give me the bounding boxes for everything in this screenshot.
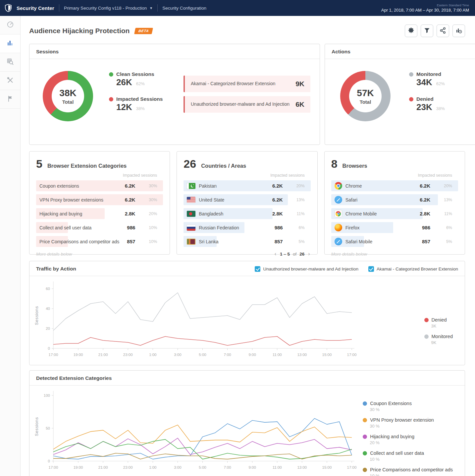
svg-text:23:00: 23:00 [123, 353, 133, 357]
settings-button[interactable] [405, 25, 417, 37]
list-item-sri-lanka[interactable]: Sri Lanka 857 5% [184, 236, 310, 247]
config-selector-label: Primary Security Config v118 - Productio… [64, 6, 147, 11]
svg-text:3:00: 3:00 [174, 353, 181, 357]
pagination-total: 26 [299, 252, 304, 257]
traffic-filters: Unauthorized browser-malware and Ad Inje… [255, 266, 458, 272]
svg-text:17:00: 17:00 [49, 353, 58, 357]
pagination-range: 1 – 5 [280, 252, 290, 257]
sidebar-item-explore[interactable] [0, 53, 20, 72]
svg-text:9:00: 9:00 [248, 353, 256, 357]
denied-dot-icon [424, 318, 429, 322]
actions-donut-chart[interactable]: 57K Total [340, 71, 391, 121]
legend-item-collect-sell-data[interactable]: Collect and sell user data 10 % [363, 450, 453, 462]
svg-text:Sessions: Sessions [34, 306, 39, 325]
actions-panel: Actions 57K Total Monitored [325, 44, 475, 145]
chrome-icon [335, 182, 342, 190]
checkbox-checked-icon [255, 266, 260, 272]
traffic-line-chart[interactable]: 020406017:0019:0021:0023:001:003:005:007… [31, 278, 358, 362]
sessions-legend: Clean Sessions 26K 62% Impacted Sessions [109, 71, 184, 121]
denied-dot-icon [409, 97, 413, 101]
price-comparisons-dot-icon [363, 468, 367, 472]
list-item-coupon-extensions[interactable]: Coupon extensions 6.2K 30% [36, 180, 163, 191]
monitored-dot-icon [409, 72, 413, 77]
list-item-collect-sell-data[interactable]: Collect and sell user data 986 10% [36, 222, 163, 233]
legend-item-denied[interactable]: Denied 23K 38% [409, 96, 475, 112]
sidebar-item-flags[interactable] [0, 90, 20, 109]
sidebar-item-analytics[interactable] [0, 34, 20, 53]
list-item-pakistan[interactable]: Pakistan 6.2K 20% [184, 180, 310, 191]
legend-item-coupon-extensions[interactable]: Coupon Extensions 30 % [363, 401, 453, 412]
sidebar-item-dashboard[interactable] [0, 16, 20, 34]
gear-icon [407, 27, 415, 35]
svg-text:13:00: 13:00 [297, 353, 307, 357]
page-toolbar [405, 25, 465, 37]
safari-mobile-icon [335, 238, 342, 245]
svg-text:15:00: 15:00 [322, 353, 332, 357]
sidebar-item-tools[interactable] [0, 72, 20, 90]
svg-text:0: 0 [48, 346, 50, 350]
detected-extension-categories-panel: Detected Extension Categories 05010017:0… [29, 370, 465, 476]
svg-text:0: 0 [48, 459, 50, 463]
list-item-bangladesh[interactable]: Bangladesh 2.8K 11% [184, 208, 310, 219]
list-item-safari-mobile[interactable]: Safari Mobile 857 5% [331, 236, 458, 247]
list-item-hijacking-buying[interactable]: Hijacking and buying 2.8K 20% [36, 208, 163, 219]
config-selector[interactable]: Primary Security Config v118 - Productio… [64, 6, 153, 11]
nav-security-configuration[interactable]: Security Configuration [162, 6, 206, 11]
more-details-note: More details below [36, 252, 163, 257]
list-item-chrome-mobile[interactable]: Chrome Mobile 2.8K 11% [331, 208, 458, 219]
grid-search-icon [6, 58, 14, 67]
svg-text:21:00: 21:00 [98, 353, 108, 357]
filter-icon [423, 27, 431, 35]
pagination-next-icon[interactable]: › [307, 251, 310, 257]
svg-text:15:00: 15:00 [322, 465, 332, 469]
extension-categories-title: Browser Extension Categories [47, 163, 127, 169]
svg-text:13:00: 13:00 [297, 465, 307, 469]
svg-text:9:00: 9:00 [248, 465, 256, 469]
legend-item-hijacking-buying[interactable]: Hijacking and buying 20 % [363, 434, 453, 445]
firefox-icon [335, 224, 342, 231]
traffic-legend: Denied 3K Monitored 9K [424, 278, 461, 362]
list-item-chrome[interactable]: Chrome 6.2K 20% [331, 180, 458, 191]
detected-categories-line-chart[interactable]: 05010017:0019:0021:0023:001:003:005:007:… [31, 387, 358, 474]
collect-sell-dot-icon [363, 451, 367, 455]
legend-item-denied[interactable]: Denied 3K [424, 317, 453, 328]
united-states-flag-icon [187, 197, 195, 203]
svg-text:1:00: 1:00 [149, 353, 156, 357]
callout-akamai-categorized[interactable]: Akamai - Categorized Browser Extension 9… [184, 76, 310, 92]
pagination-prev-icon[interactable]: ‹ [274, 251, 277, 257]
list-item-united-state[interactable]: United State 6.2K 13% [184, 194, 310, 205]
legend-item-vpn-proxy[interactable]: VPN Proxy browser extension 30 % [363, 417, 453, 429]
extension-categories-count: 5 [36, 157, 42, 170]
callout-unauthorized-malware[interactable]: Unauthorized browser-malware and Ad Inje… [184, 96, 310, 113]
tools-icon [6, 76, 14, 86]
hijacking-dot-icon [363, 435, 367, 439]
date-range-picker[interactable]: Eastern Standard Time Apr 1, 2018, 7:00 … [381, 3, 469, 13]
list-item-price-comparisons[interactable]: Price Comparisons and competitor ads 857… [36, 236, 163, 247]
legend-item-price-comparisons[interactable]: Price Comparisons and competitor ads 10 … [363, 467, 453, 476]
checkbox-akamai-categorized[interactable]: Akamai - Categorized Browser Extension [368, 266, 458, 272]
extension-categories-panel: 5 Browser Extension Categories Impacted … [29, 151, 170, 255]
checkbox-checked-icon [368, 266, 374, 272]
sessions-donut-chart[interactable]: 38K Total [43, 71, 93, 121]
legend-item-clean-sessions[interactable]: Clean Sessions 26K 62% [109, 71, 184, 88]
checkbox-unauthorized-malware[interactable]: Unauthorized browser-malware and Ad Inje… [255, 266, 358, 272]
list-item-vpn-proxy[interactable]: VPN Proxy browser extensions 6.2K 30% [36, 194, 163, 205]
countries-title: Countries / Areas [201, 163, 246, 169]
svg-text:20: 20 [46, 327, 50, 330]
legend-item-monitored[interactable]: Monitored 34K 62% [409, 71, 475, 88]
legend-item-impacted-sessions[interactable]: Impacted Sessions 12K 38% [109, 96, 184, 112]
more-details-note: More details below [331, 252, 458, 257]
russia-flag-icon [187, 225, 195, 231]
actions-total-value: 57K [357, 88, 374, 98]
legend-item-monitored[interactable]: Monitored 9K [424, 334, 453, 345]
list-item-firefox[interactable]: Firefox 986 6% [331, 222, 458, 233]
coupon-dot-icon [363, 401, 367, 406]
list-item-russian-federation[interactable]: Russian Federation 986 6% [184, 222, 310, 233]
share-button[interactable] [437, 25, 449, 37]
impacted-sessions-column-header: Impacted sessions [184, 173, 304, 178]
filter-button[interactable] [421, 25, 433, 37]
list-item-safari[interactable]: Safari 6.2K 13% [331, 194, 458, 205]
svg-text:1:00: 1:00 [149, 465, 156, 469]
report-time-button[interactable] [452, 25, 465, 37]
svg-text:3:00: 3:00 [174, 465, 181, 469]
